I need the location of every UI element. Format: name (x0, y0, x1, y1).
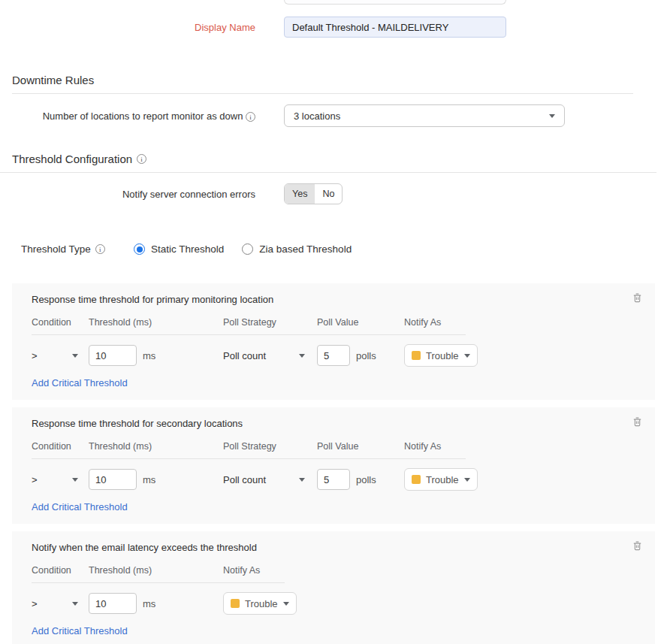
table-header: Condition Threshold (ms) Poll Strategy P… (32, 317, 466, 335)
panel-title: Response time threshold for primary moni… (32, 294, 655, 305)
downtime-rules-heading: Downtime Rules (12, 74, 667, 86)
trouble-status-icon (412, 351, 421, 360)
poll-value-unit: polls (356, 474, 376, 485)
poll-value-input[interactable] (317, 345, 350, 366)
threshold-config-heading-text: Threshold Configuration (12, 153, 132, 165)
notify-errors-label: Notify server connection errors (0, 189, 255, 200)
toggle-no-option[interactable]: No (315, 184, 342, 204)
delete-icon[interactable] (632, 292, 643, 304)
chevron-down-icon (72, 354, 78, 358)
radio-unselected-icon[interactable] (242, 243, 253, 255)
info-icon[interactable] (95, 244, 105, 254)
notify-as-select[interactable]: Trouble (223, 592, 297, 615)
downtime-rules-heading-text: Downtime Rules (12, 74, 94, 86)
info-icon[interactable] (246, 112, 255, 122)
section-divider (0, 172, 656, 173)
locations-row: Number of locations to report monitor as… (0, 104, 667, 127)
threshold-type-row: Threshold Type Static Threshold Zia base… (21, 243, 667, 255)
info-icon[interactable] (137, 154, 146, 164)
table-row: > ms Trouble (32, 592, 655, 615)
threshold-input[interactable] (89, 345, 137, 366)
condition-select[interactable]: > (32, 598, 89, 609)
poll-strategy-select[interactable]: Poll count (223, 350, 317, 361)
delete-icon[interactable] (632, 416, 643, 428)
locations-select-value: 3 locations (294, 110, 340, 122)
chevron-down-icon (72, 602, 78, 606)
condition-select[interactable]: > (32, 474, 89, 485)
display-name-input[interactable] (284, 17, 506, 38)
add-critical-threshold-link[interactable]: Add Critical Threshold (32, 625, 128, 636)
threshold-unit: ms (143, 598, 155, 609)
threshold-panel-primary: Response time threshold for primary moni… (12, 283, 655, 400)
poll-value-unit: polls (356, 350, 376, 361)
radio-static-threshold[interactable]: Static Threshold (134, 243, 224, 255)
panel-title: Response time threshold for secondary lo… (32, 418, 655, 429)
threshold-unit: ms (143, 350, 155, 361)
locations-select[interactable]: 3 locations (284, 104, 565, 127)
threshold-type-label: Threshold Type (21, 243, 134, 255)
chevron-down-icon (464, 478, 470, 482)
table-header: Condition Threshold (ms) Poll Strategy P… (32, 441, 466, 459)
threshold-panel-secondary: Response time threshold for secondary lo… (12, 407, 655, 524)
chevron-down-icon (299, 478, 305, 482)
toggle-yes-option[interactable]: Yes (285, 184, 315, 204)
table-row: > ms Poll count polls Trouble (32, 468, 655, 491)
locations-label: Number of locations to report monitor as… (0, 110, 255, 122)
threshold-panel-email-latency: Notify when the email latency exceeds th… (12, 531, 655, 644)
chevron-down-icon (549, 114, 555, 118)
chevron-down-icon (299, 354, 305, 358)
condition-select[interactable]: > (32, 350, 89, 361)
threshold-input[interactable] (89, 469, 137, 490)
delete-icon[interactable] (632, 540, 643, 552)
notify-errors-toggle[interactable]: Yes No (284, 183, 343, 204)
add-critical-threshold-link[interactable]: Add Critical Threshold (32, 501, 128, 512)
section-divider (12, 93, 633, 94)
threshold-input[interactable] (89, 593, 137, 614)
radio-selected-icon[interactable] (134, 243, 145, 255)
threshold-config-heading: Threshold Configuration (12, 153, 667, 165)
previous-field-partial[interactable] (284, 0, 506, 5)
add-critical-threshold-link[interactable]: Add Critical Threshold (32, 377, 128, 389)
notify-as-select[interactable]: Trouble (404, 468, 478, 491)
display-name-label: Display Name (0, 22, 255, 33)
table-row: > ms Poll count polls Trouble (32, 344, 655, 367)
poll-strategy-select[interactable]: Poll count (223, 474, 317, 485)
notify-as-select[interactable]: Trouble (404, 344, 478, 367)
threshold-type-options: Static Threshold Zia based Threshold (134, 243, 352, 255)
radio-zia-threshold[interactable]: Zia based Threshold (242, 243, 352, 255)
chevron-down-icon (283, 602, 289, 606)
table-header: Condition Threshold (ms) Notify As (32, 565, 285, 583)
chevron-down-icon (72, 478, 78, 482)
trouble-status-icon (412, 475, 421, 484)
chevron-down-icon (464, 354, 470, 358)
panel-title: Notify when the email latency exceeds th… (32, 542, 655, 553)
notify-errors-row: Notify server connection errors Yes No (0, 183, 667, 204)
trouble-status-icon (231, 599, 240, 608)
threshold-unit: ms (143, 474, 155, 485)
poll-value-input[interactable] (317, 469, 350, 490)
display-name-row: Display Name (0, 17, 667, 38)
